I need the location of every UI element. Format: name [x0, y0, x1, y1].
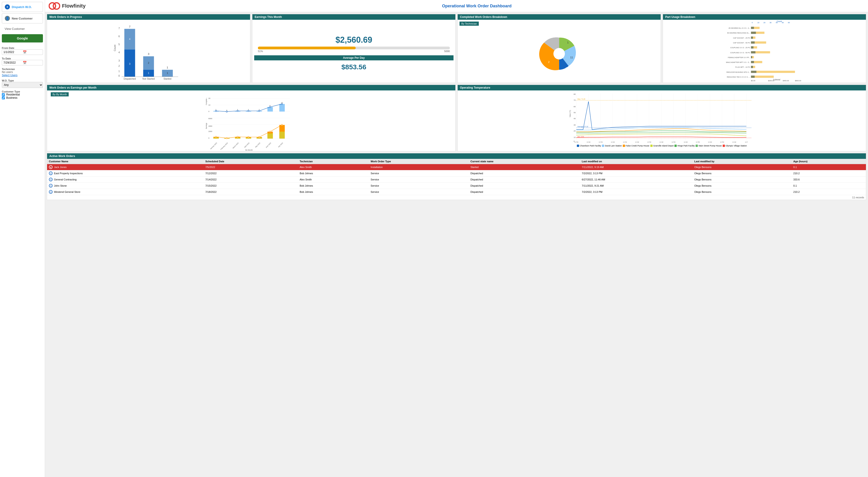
dashboard-title: Operational Work Order Dashboard: [89, 4, 864, 8]
col-modified-by: Last modified by: [692, 159, 792, 164]
select-users-link[interactable]: Select Users: [2, 74, 43, 77]
legend-label-olympic: Olympic Village Station: [725, 145, 747, 147]
svg-text:3: 3: [129, 62, 130, 65]
part-usage-card: Part Usage Breakdown 0 10 20 30 40 50 60…: [663, 14, 866, 83]
part-usage-header: Part Usage Breakdown: [663, 14, 866, 20]
svg-rect-87: [279, 104, 285, 112]
svg-text:12 P: 12 P: [745, 141, 748, 143]
table-row[interactable]: ⊙East Property Inspections7/12/2022Bob J…: [47, 170, 866, 177]
svg-text:1: 1: [567, 41, 568, 44]
business-checkbox[interactable]: [2, 96, 5, 99]
calendar-icon-to[interactable]: 📅: [23, 61, 27, 64]
svg-text:June 2022: June 2022: [265, 142, 272, 148]
wo-type-select[interactable]: Any: [2, 82, 43, 88]
col-age: Age (hours): [792, 159, 866, 164]
svg-text:MALE ADAPTER MPT X S - 5...: MALE ADAPTER MPT X S - 5...: [726, 61, 750, 63]
table-row[interactable]: ⊙Westend General Store7/18/2022Bob Johne…: [47, 189, 866, 195]
svg-text:12 PM: 12 PM: [720, 141, 724, 143]
svg-rect-41: [751, 32, 765, 34]
residential-checkbox-row: Residential: [2, 93, 43, 96]
svg-rect-38: [751, 27, 760, 29]
earnings-target: 5000: [444, 50, 450, 53]
pie-chart: 1 11 1 2: [536, 32, 582, 75]
col-customer: Customer Name: [47, 159, 204, 164]
to-date-label: To Date: [2, 57, 43, 60]
dispatch-icon: +: [5, 4, 10, 9]
svg-text:30: 30: [770, 22, 771, 24]
svg-text:Average: 27.15: Average: 27.15: [578, 126, 588, 128]
wo-earnings-body: By By Month 20 10 0 Complete...: [47, 90, 455, 151]
col-state: Current state name: [469, 159, 580, 164]
svg-text:PLUG MPT - 10 PC: PLUG MPT - 10 PC: [735, 66, 750, 68]
mid-row: Work Orders vs Earnings per Month By By …: [47, 85, 866, 151]
to-date-field[interactable]: [3, 61, 22, 64]
legend-label-david: David Lam Station: [605, 145, 622, 147]
svg-rect-123: [268, 133, 273, 139]
google-button[interactable]: Google: [2, 34, 43, 42]
work-orders-header: Work Orders in Progress: [47, 14, 250, 20]
earnings-bar-bg: [258, 46, 450, 50]
svg-point-1: [53, 3, 60, 9]
svg-text:0: 0: [752, 22, 753, 24]
svg-text:12 AM: 12 AM: [732, 141, 736, 143]
logo: Flowfinity: [49, 2, 86, 10]
by-technician-link[interactable]: By Technician: [460, 22, 479, 26]
from-date-input[interactable]: 📅: [2, 50, 43, 55]
active-work-orders-header: Active Work Orders: [47, 153, 866, 159]
legend-dot-hinge: [675, 145, 677, 147]
svg-text:6000: 6000: [208, 118, 212, 120]
col-modified: Last modified on: [580, 159, 692, 164]
from-date-label: From Date: [2, 46, 43, 50]
earnings-bar-fill: [258, 46, 356, 50]
svg-rect-44: [751, 36, 755, 39]
svg-text:6: 6: [270, 105, 271, 107]
legend-david: David Lam Station: [602, 145, 622, 147]
svg-text:4: 4: [129, 38, 130, 40]
svg-text:0: 0: [226, 109, 227, 111]
col-date: Scheduled Date: [204, 159, 298, 164]
svg-text:2000: 2000: [208, 130, 212, 132]
svg-text:May 2022: May 2022: [255, 142, 261, 148]
row-icon: ●: [49, 165, 53, 169]
svg-text:July 2022: July 2022: [278, 142, 284, 148]
svg-rect-59: [751, 61, 762, 63]
svg-text:CAP SOCKET - 25 PC: CAP SOCKET - 25 PC: [733, 37, 750, 39]
to-date-input[interactable]: 📅: [2, 60, 43, 65]
svg-text:12 AM: 12 AM: [659, 141, 663, 143]
legend-dot-main-street: [695, 145, 698, 147]
operating-temp-header: Operating Temperature: [458, 85, 866, 90]
svg-text:60: 60: [574, 105, 576, 108]
from-date-field[interactable]: [3, 51, 22, 54]
row-icon: ⊙: [49, 190, 53, 194]
work-orders-chart: 7 6 5 4 3 2 1 0 Count: [49, 22, 248, 81]
table-row[interactable]: ⊙General Contracting7/14/2022Alex SmithS…: [47, 177, 866, 183]
by-month-link[interactable]: By By Month: [51, 92, 69, 96]
svg-text:10: 10: [281, 102, 283, 104]
table-body: ●Jack Jones7/5/2022Alex SmithInstallatio…: [47, 164, 866, 195]
svg-text:1: 1: [565, 67, 567, 69]
new-customer-button[interactable]: 👤 New Customer: [2, 13, 43, 24]
svg-point-131: [281, 124, 283, 126]
table-row[interactable]: ●Jack Jones7/5/2022Alex SmithInstallatio…: [47, 164, 866, 170]
svg-text:4000: 4000: [208, 125, 212, 127]
svg-text:12 PM: 12 PM: [599, 141, 602, 143]
legend-granville: Granville Island Depot: [650, 145, 674, 147]
svg-text:January 2022: January 2022: [210, 142, 217, 150]
legend-dot-charelson: [577, 145, 579, 147]
dispatch-button[interactable]: + Dispatch W.O.: [2, 2, 43, 12]
legend-label-charelson: Charelson Park Facility: [580, 145, 601, 147]
technician-label: Technician: [2, 68, 43, 70]
svg-text:10: 10: [757, 22, 759, 24]
calendar-icon-from[interactable]: 📅: [23, 50, 27, 54]
table-row[interactable]: ⊙John Stone7/15/2022Bob JohnesServiceDis…: [47, 183, 866, 189]
view-customer-button[interactable]: View Customer: [2, 25, 43, 33]
svg-text:Value (°C): Value (°C): [569, 110, 571, 117]
svg-text:50: 50: [574, 112, 576, 114]
svg-text:Count: Count: [114, 45, 116, 51]
svg-rect-124: [279, 132, 285, 139]
legend-main-street: Main Street Pump House: [695, 145, 722, 147]
completed-header: Completed Work Orders Breakdown: [458, 14, 661, 20]
legend-label-main-street: Main Street Pump House: [699, 145, 722, 147]
residential-checkbox[interactable]: [2, 93, 5, 96]
legend-label-granville: Granville Island Depot: [653, 145, 674, 147]
